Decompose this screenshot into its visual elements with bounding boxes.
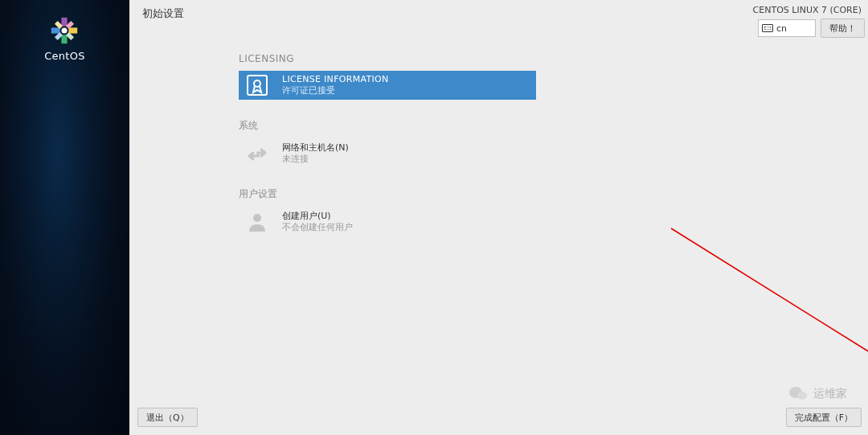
brand-text: CentOS [44,50,85,62]
svg-rect-1 [69,27,78,33]
section-users: 用户设置 创建用户(U) 不会创建任何用户 [239,183,536,236]
distro-label: CENTOS LINUX 7 (CORE) [753,5,865,15]
help-button[interactable]: 帮助！ [821,18,865,38]
page-title: 初始设置 [142,5,184,21]
user-icon [244,208,271,236]
logo: CentOS [44,16,85,62]
section-heading-users: 用户设置 [239,187,536,201]
svg-rect-0 [62,18,68,27]
content-area: LICENSING LICENSE INFORMATION 许可证已接受 [129,37,868,404]
spoke-license-status: 许可证已接受 [282,85,388,96]
spoke-create-user-title: 创建用户(U) [282,211,353,222]
sidebar: CentOS [0,0,129,435]
spoke-network-title: 网络和主机名(N) [282,142,349,154]
section-heading-system: 系统 [239,119,536,133]
svg-rect-9 [248,76,267,95]
keyboard-icon [762,24,773,32]
bottom-bar: 退出（Q） 完成配置（F） [129,404,868,435]
top-right-controls: CENTOS LINUX 7 (CORE) cn 帮助！ [753,5,865,38]
license-icon [244,72,271,99]
centos-logo-icon [50,16,79,45]
section-heading-licensing: LICENSING [239,53,536,64]
keyboard-layout-button[interactable]: cn [758,19,816,37]
svg-point-11 [253,214,261,222]
top-bar: 初始设置 CENTOS LINUX 7 (CORE) cn 帮助！ [129,0,868,37]
svg-rect-2 [62,35,68,43]
keyboard-layout-label: cn [776,23,787,34]
spoke-network[interactable]: 网络和主机名(N) 未连接 [239,139,536,168]
spoke-license-title: LICENSE INFORMATION [282,74,388,85]
svg-rect-3 [51,27,60,33]
spoke-create-user[interactable]: 创建用户(U) 不会创建任何用户 [239,207,536,236]
svg-point-10 [254,80,260,87]
spoke-license[interactable]: LICENSE INFORMATION 许可证已接受 [239,71,536,100]
section-licensing: LICENSING LICENSE INFORMATION 许可证已接受 [239,48,536,100]
quit-button[interactable]: 退出（Q） [137,408,198,427]
finish-config-button[interactable]: 完成配置（F） [786,408,862,427]
spoke-network-status: 未连接 [282,154,349,165]
spoke-create-user-status: 不会创建任何用户 [282,222,353,233]
main-panel: 初始设置 CENTOS LINUX 7 (CORE) cn 帮助！ LICENS… [129,0,868,435]
network-icon [244,140,271,167]
svg-point-8 [62,27,68,33]
section-system: 系统 网络和主机名(N) 未连接 [239,114,536,168]
